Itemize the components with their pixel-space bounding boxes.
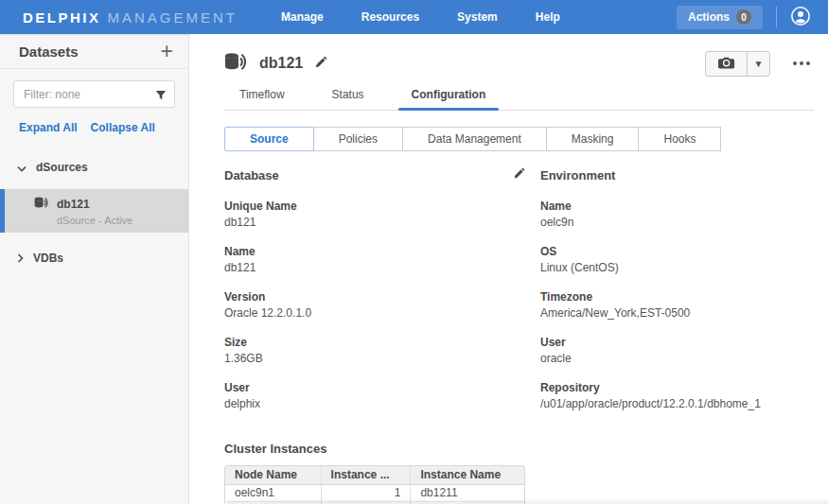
col-header-instance-name[interactable]: Instance Name <box>411 466 524 484</box>
subtab-source[interactable]: Source <box>224 127 314 151</box>
nav-menu: Manage Resources System Help <box>281 10 560 24</box>
tree-group-label: VDBs <box>33 252 63 265</box>
field-version: Version Oracle 12.2.0.1.0 <box>224 290 525 320</box>
field-environment-user: User oracle <box>540 336 814 365</box>
cluster-instances-table: Node Name Instance ... Instance Name oel… <box>224 465 525 504</box>
field-unique-name: Unique Name db121 <box>224 200 525 229</box>
table-row[interactable]: oelc9n1 1 db1211 <box>225 484 524 501</box>
tab-status[interactable]: Status <box>317 82 379 110</box>
brand-logo: DELPHIX MANAGEMENT <box>23 9 238 26</box>
sidebar-links: Expand All Collapse All <box>0 108 188 134</box>
sidebar-title: Datasets <box>19 43 79 60</box>
camera-icon <box>718 56 735 72</box>
snapshot-button[interactable] <box>705 51 748 77</box>
source-content: Database Unique Name db121 <box>224 166 814 504</box>
field-database-user: User delphix <box>224 381 525 410</box>
app-body: Datasets + Expand All Collapse All <box>0 34 828 504</box>
nav-item-help[interactable]: Help <box>536 10 560 24</box>
snapshot-dropdown-button[interactable]: ▼ <box>747 51 770 77</box>
tree-item-db121[interactable]: db121 dSource - Active <box>0 189 188 233</box>
subtab-hooks[interactable]: Hooks <box>638 127 721 151</box>
field-timezone: Timezone America/New_York,EST-0500 <box>540 290 814 320</box>
filter-row <box>0 69 188 108</box>
actions-button[interactable]: Actions 0 <box>677 6 763 29</box>
datasets-sidebar: Datasets + Expand All Collapse All <box>0 34 189 504</box>
main-header: db121 <box>224 34 814 78</box>
subtab-policies[interactable]: Policies <box>313 127 403 151</box>
field-environment-name: Name oelc9n <box>540 200 814 229</box>
database-section-title: Database <box>224 168 279 182</box>
cluster-instances-title: Cluster Instances <box>224 442 326 456</box>
edit-database-button[interactable] <box>513 167 525 182</box>
ellipsis-icon <box>793 61 797 65</box>
expand-all-link[interactable]: Expand All <box>19 121 78 134</box>
col-header-instance-number[interactable]: Instance ... <box>321 466 411 484</box>
more-options-button[interactable] <box>789 58 814 69</box>
actions-button-label: Actions <box>688 10 730 24</box>
tree-group-dsources[interactable]: dSources <box>0 151 188 183</box>
main-panel: db121 <box>189 34 828 504</box>
tree-item-name: db121 <box>57 198 90 211</box>
user-avatar-icon <box>790 6 811 29</box>
collapse-all-link[interactable]: Collapse All <box>91 121 155 134</box>
header-actions: ▼ <box>705 51 814 77</box>
tab-configuration[interactable]: Configuration <box>396 82 502 110</box>
nav-divider <box>776 7 777 27</box>
caret-down-icon: ▼ <box>754 59 764 69</box>
user-menu-button[interactable] <box>788 4 819 31</box>
pencil-icon <box>513 167 525 182</box>
delphix-management-app: DELPHIX MANAGEMENT Manage Resources Syst… <box>0 0 828 504</box>
field-name: Name db121 <box>224 245 525 274</box>
plus-icon: + <box>161 39 173 63</box>
tree-group-label: dSources <box>36 161 88 174</box>
nav-item-manage[interactable]: Manage <box>281 10 324 24</box>
subtab-masking[interactable]: Masking <box>546 127 640 151</box>
col-header-node-name[interactable]: Node Name <box>225 466 321 484</box>
cluster-instances-section: Cluster Instances Node Name Instance ...… <box>224 440 525 504</box>
selected-indicator <box>0 189 5 233</box>
dsource-icon <box>224 52 248 76</box>
top-nav: DELPHIX MANAGEMENT Manage Resources Syst… <box>0 0 828 34</box>
field-os: OS Linux (CentOS) <box>540 245 814 274</box>
add-dataset-button[interactable]: + <box>161 41 173 62</box>
nav-item-system[interactable]: System <box>457 10 498 24</box>
chevron-down-icon <box>17 159 26 176</box>
nav-item-resources[interactable]: Resources <box>361 10 419 24</box>
environment-section: Environment Name oelc9n OS Linux (CentOS… <box>540 166 814 504</box>
snapshot-split-button: ▼ <box>705 51 770 77</box>
subtab-data-management[interactable]: Data Management <box>402 127 547 151</box>
page-title: db121 <box>259 55 303 72</box>
filter-input[interactable] <box>13 80 175 108</box>
chevron-right-icon <box>17 250 24 267</box>
tree-group-vdbs[interactable]: VDBs <box>0 242 188 274</box>
edit-name-button[interactable] <box>314 56 327 72</box>
pencil-icon <box>314 56 327 72</box>
environment-section-title: Environment <box>540 168 615 182</box>
filter-funnel-icon[interactable] <box>155 88 167 105</box>
nav-right: Actions 0 <box>677 4 819 31</box>
tab-timeflow[interactable]: Timeflow <box>224 82 300 110</box>
database-section: Database Unique Name db121 <box>224 166 525 504</box>
field-repository: Repository /u01/app/oracle/product/12.2.… <box>540 381 814 410</box>
tree-item-status: dSource - Active <box>57 215 188 226</box>
main-tabs: Timeflow Status Configuration <box>224 82 814 111</box>
actions-count-badge: 0 <box>736 9 751 25</box>
dsource-icon <box>34 196 49 213</box>
configuration-subtabs: Source Policies Data Management Masking … <box>224 127 814 151</box>
field-size: Size 1.36GB <box>224 336 525 365</box>
brand-management: MANAGEMENT <box>108 9 238 26</box>
datasets-tree: dSources db121 <box>0 151 188 274</box>
brand-delphix: DELPHIX <box>23 9 101 26</box>
sidebar-header: Datasets + <box>0 34 188 69</box>
